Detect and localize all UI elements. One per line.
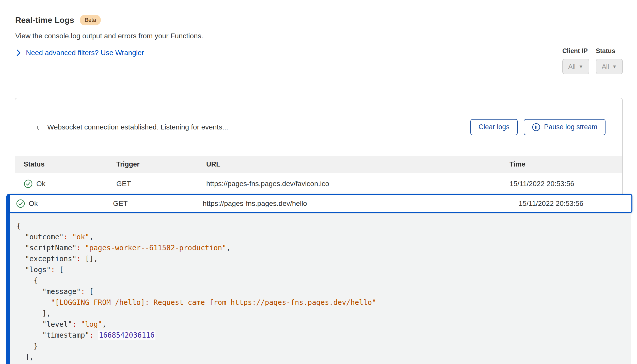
page-subtitle: View the console.log output and errors f…	[15, 32, 203, 40]
row-url-cell: https://pages-fns.pages.dev/hello	[203, 200, 519, 208]
expanded-log-entry: Ok GET https://pages-fns.pages.dev/hello…	[6, 194, 632, 364]
websocket-status-message: Websocket connection established. Listen…	[47, 123, 228, 131]
log-detail-json: { "outcome": "ok", "scriptName": "pages-…	[17, 221, 631, 362]
toolbar-buttons: Clear logs Pause log stream	[470, 119, 606, 135]
chevron-down-icon: ▼	[612, 64, 617, 69]
header-url: URL	[206, 160, 509, 168]
client-ip-filter-value: All	[568, 63, 576, 71]
pause-log-stream-label: Pause log stream	[544, 123, 597, 131]
log-detail-panel: { "outcome": "ok", "scriptName": "pages-…	[10, 214, 631, 364]
wrangler-link[interactable]: Need advanced filters? Use Wrangler	[15, 49, 203, 57]
row-status-text: Ok	[29, 200, 38, 208]
status-filter-group: Status All ▼	[596, 47, 623, 74]
wrangler-link-text[interactable]: Need advanced filters? Use Wrangler	[26, 49, 144, 57]
logs-card: Websocket connection established. Listen…	[15, 98, 623, 194]
chevron-right-icon	[15, 49, 22, 57]
row-trigger-cell: GET	[116, 180, 206, 188]
row-status-cell: Ok	[24, 179, 116, 188]
log-filters: Client IP All ▼ Status All ▼	[562, 47, 623, 74]
check-circle-icon	[24, 179, 33, 188]
clear-logs-button[interactable]: Clear logs	[470, 119, 518, 135]
spinner-icon	[37, 123, 43, 131]
check-circle-icon	[16, 199, 25, 208]
table-row[interactable]: Ok GET https://pages-fns.pages.dev/favic…	[15, 173, 622, 194]
row-trigger-cell: GET	[113, 200, 203, 208]
row-time-cell: 15/11/2022 20:53:56	[519, 200, 625, 208]
header-trigger: Trigger	[116, 160, 206, 168]
status-filter-label: Status	[596, 47, 623, 55]
client-ip-filter-label: Client IP	[562, 47, 589, 55]
header-status: Status	[24, 160, 116, 168]
row-url-cell: https://pages-fns.pages.dev/favicon.ico	[206, 180, 509, 188]
status-filter-value: All	[602, 63, 609, 71]
pause-log-stream-button[interactable]: Pause log stream	[524, 119, 606, 135]
header-time: Time	[509, 160, 616, 168]
logs-toolbar: Websocket connection established. Listen…	[15, 98, 622, 156]
chevron-down-icon: ▼	[579, 64, 583, 69]
client-ip-filter-dropdown[interactable]: All ▼	[562, 59, 589, 74]
realtime-logs-page: Real-time Logs Beta View the console.log…	[0, 0, 637, 364]
beta-badge: Beta	[80, 15, 101, 25]
table-row-selected[interactable]: Ok GET https://pages-fns.pages.dev/hello…	[10, 194, 632, 213]
row-time-cell: 15/11/2022 20:53:56	[509, 180, 616, 188]
status-filter-dropdown[interactable]: All ▼	[596, 59, 623, 74]
table-header-row: Status Trigger URL Time	[15, 156, 622, 173]
clear-logs-label: Clear logs	[479, 123, 509, 131]
row-status-cell: Ok	[16, 199, 113, 208]
row-status-text: Ok	[36, 180, 45, 188]
pause-icon	[532, 123, 540, 131]
client-ip-filter-group: Client IP All ▼	[562, 47, 589, 74]
page-header: Real-time Logs Beta View the console.log…	[15, 15, 203, 57]
page-title: Real-time Logs	[15, 15, 74, 25]
